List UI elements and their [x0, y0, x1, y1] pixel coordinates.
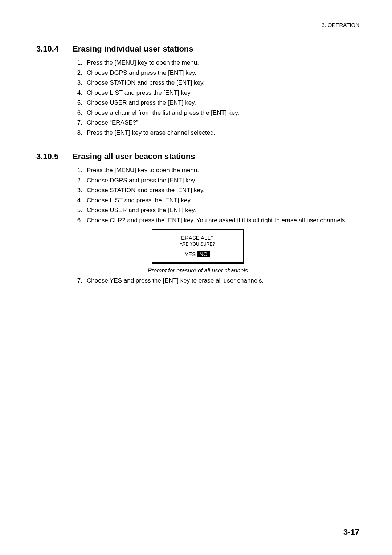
- list-item: 6. Choose CLR? and press the [ENT] key. …: [74, 216, 359, 225]
- list-number: 7.: [74, 276, 85, 285]
- list-item: 4. Choose LIST and press the [ENT] key.: [74, 196, 359, 205]
- list-number: 5.: [74, 206, 85, 215]
- section-title: Erasing individual user stations: [73, 44, 359, 54]
- list-text: Choose DGPS and press the [ENT] key.: [85, 68, 359, 78]
- page-header: 3. OPERATION: [36, 22, 359, 28]
- list-text: Choose STATION and press the [ENT] key.: [85, 78, 359, 88]
- list-text: Choose LIST and press the [ENT] key.: [85, 88, 359, 98]
- list-item: 1. Press the [MENU] key to open the menu…: [74, 58, 359, 68]
- figure-caption: Prompt for erasure of all user channels: [36, 267, 359, 274]
- list-number: 2.: [74, 68, 85, 78]
- list-text: Choose DGPS and press the [ENT] key.: [85, 176, 359, 185]
- list-item: 8. Press the [ENT] key to erase channel …: [74, 128, 359, 138]
- list-container: 7. Choose YES and press the [ENT] key to…: [36, 276, 359, 285]
- list-item: 7. Choose YES and press the [ENT] key to…: [74, 276, 359, 285]
- list-item: 3. Choose STATION and press the [ENT] ke…: [74, 186, 359, 195]
- list-item: 1. Press the [MENU] key to open the menu…: [74, 166, 359, 175]
- list-text: Choose USER and press the [ENT] key.: [85, 206, 359, 215]
- list-number: 8.: [74, 128, 85, 138]
- erase-all-prompt-box: ERASE ALL? ARE YOU SURE? YESNO: [152, 229, 244, 264]
- prompt-subtitle: ARE YOU SURE?: [159, 242, 236, 247]
- list-item: 7. Choose “ERASE?”.: [74, 118, 359, 127]
- list-text: Choose LIST and press the [ENT] key.: [85, 196, 359, 205]
- list-number: 4.: [74, 88, 85, 98]
- list-number: 7.: [74, 118, 85, 127]
- section-heading: 3.10.4 Erasing individual user stations: [36, 44, 359, 54]
- section-number: 3.10.5: [36, 152, 73, 161]
- list-item: 5. Choose USER and press the [ENT] key.: [74, 98, 359, 108]
- section-3-10-5: 3.10.5 Erasing all user beacon stations …: [36, 152, 359, 285]
- list-text: Choose USER and press the [ENT] key.: [85, 98, 359, 108]
- list-item: 4. Choose LIST and press the [ENT] key.: [74, 88, 359, 98]
- list-number: 1.: [74, 166, 85, 175]
- list-text: Choose a channel from the list and press…: [85, 108, 359, 118]
- section-title: Erasing all user beacon stations: [73, 152, 359, 161]
- list-item: 2. Choose DGPS and press the [ENT] key.: [74, 176, 359, 185]
- list-number: 6.: [74, 216, 85, 225]
- list-text: Choose CLR? and press the [ENT] key. You…: [85, 216, 359, 225]
- list-text: Press the [MENU] key to open the menu.: [85, 166, 359, 175]
- list-container: 1. Press the [MENU] key to open the menu…: [36, 58, 359, 137]
- list-text: Press the [ENT] key to erase channel sel…: [85, 128, 359, 138]
- list-text: Press the [MENU] key to open the menu.: [85, 58, 359, 68]
- prompt-choices: YESNO: [159, 251, 236, 257]
- list-item: 3. Choose STATION and press the [ENT] ke…: [74, 78, 359, 88]
- prompt-no-option: NO: [197, 251, 210, 257]
- section-heading: 3.10.5 Erasing all user beacon stations: [36, 152, 359, 161]
- list-text: Choose STATION and press the [ENT] key.: [85, 186, 359, 195]
- section-3-10-4: 3.10.4 Erasing individual user stations …: [36, 44, 359, 137]
- list-number: 6.: [74, 108, 85, 118]
- list-number: 5.: [74, 98, 85, 108]
- list-number: 3.: [74, 186, 85, 195]
- list-item: 5. Choose USER and press the [ENT] key.: [74, 206, 359, 215]
- section-number: 3.10.4: [36, 44, 73, 54]
- prompt-title: ERASE ALL?: [159, 235, 236, 241]
- list-number: 1.: [74, 58, 85, 68]
- list-number: 4.: [74, 196, 85, 205]
- prompt-yes-option: YES: [185, 251, 196, 257]
- list-item: 6. Choose a channel from the list and pr…: [74, 108, 359, 118]
- list-item: 2. Choose DGPS and press the [ENT] key.: [74, 68, 359, 78]
- list-text: Choose YES and press the [ENT] key to er…: [85, 276, 359, 285]
- list-number: 3.: [74, 78, 85, 88]
- page-number: 3-17: [343, 527, 359, 537]
- list-container: 1. Press the [MENU] key to open the menu…: [36, 166, 359, 225]
- list-text: Choose “ERASE?”.: [85, 118, 359, 127]
- list-number: 2.: [74, 176, 85, 185]
